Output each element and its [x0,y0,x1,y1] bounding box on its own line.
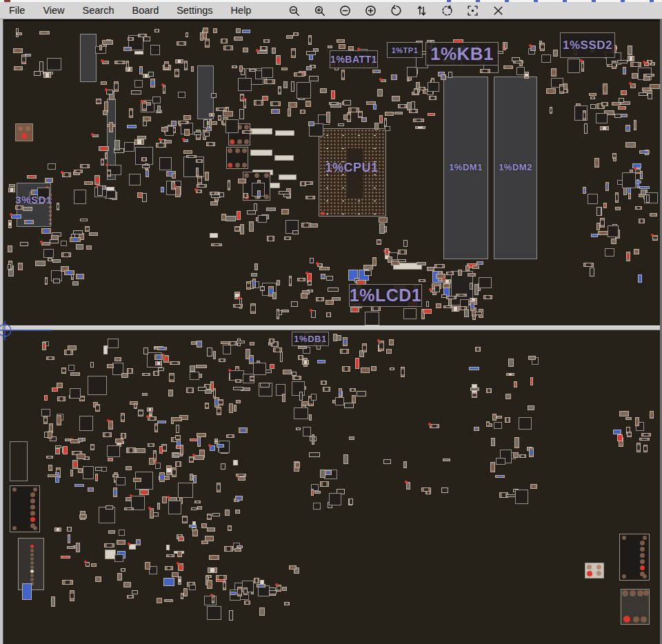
menu-item-help[interactable]: Help [222,2,261,19]
component [605,182,609,191]
zoom-out-icon[interactable] [286,3,301,18]
component [621,90,627,95]
component-large[interactable] [197,66,214,119]
board-label-batt1[interactable]: 1%BATT1 [330,50,378,68]
board-label-db1[interactable]: 1%DB1 [292,332,329,346]
component [312,434,314,445]
board-view-bottom-side[interactable]: 1%DB1 [3,330,660,644]
component [147,407,153,412]
component [603,83,608,94]
board-label-sd1[interactable]: 3%SD1 [17,193,51,206]
component [134,51,143,54]
component [278,86,281,94]
component [153,512,159,516]
component [239,427,248,433]
component[interactable] [204,596,217,605]
close-icon[interactable] [490,3,505,18]
component [196,168,199,177]
board-label-cpu1[interactable]: 1%CPU1 [320,159,383,176]
component [109,122,113,132]
component [8,245,12,252]
component [217,407,221,415]
component-ic[interactable] [88,376,107,395]
component [641,433,651,436]
pad-dot [651,234,654,237]
menu-item-settings[interactable]: Settings [168,2,221,19]
board-label-lcd1[interactable]: 1%LCD1 [349,284,422,307]
component-large[interactable] [80,34,97,82]
component [8,188,15,192]
menu-item-file[interactable]: File [0,2,34,19]
component-ic[interactable] [178,483,193,498]
component [514,381,517,388]
minus-circle-icon[interactable] [337,3,352,18]
pad-dot [26,126,30,131]
component[interactable] [15,123,33,141]
component [61,368,66,374]
component [456,294,467,296]
component [237,545,243,548]
component [596,207,601,216]
board-view-top-side[interactable]: 1%BATT11%TP11%KB11%SSD21%CPU11%DM11%DM23… [3,19,660,325]
component [64,270,74,275]
component [62,580,73,585]
component [235,379,241,383]
component-connector[interactable] [619,534,650,581]
component-ic[interactable] [135,147,153,165]
component [238,179,246,183]
occluded-fragment [621,0,625,2]
component [129,108,133,118]
component [57,396,66,401]
component [97,185,103,196]
component [143,37,150,41]
component [223,46,233,50]
board-label-dm2[interactable]: 1%DM2 [494,161,537,173]
component [234,405,237,412]
menu-item-view[interactable]: View [34,2,73,19]
component [636,443,641,452]
component [343,100,351,105]
component [361,368,370,373]
pad-dot [30,578,34,581]
component [627,432,632,437]
component [221,463,225,470]
menu-item-search[interactable]: Search [74,2,123,19]
rotate-ccw-icon[interactable] [388,3,403,18]
board-label-dm1[interactable]: 1%DM1 [443,161,488,173]
component [486,388,492,393]
plus-circle-icon[interactable] [363,3,378,18]
board-label-tp1[interactable]: 1%TP1 [387,42,423,58]
menu-item-board[interactable]: Board [123,2,168,19]
component [99,146,109,151]
component [53,279,60,283]
component [207,580,212,589]
component [189,456,194,463]
pane-splitter[interactable] [0,325,662,330]
pad-dot [18,126,23,131]
flip-vertical-icon[interactable] [414,3,429,18]
pad-dot [275,583,278,586]
center-focus-icon[interactable] [465,3,480,18]
component [259,607,265,616]
component-outline[interactable] [10,441,28,481]
component [35,261,46,266]
component [176,425,179,433]
component-connector[interactable] [10,485,40,532]
component [24,220,34,224]
component [305,196,315,199]
zoom-in-icon[interactable] [312,3,327,18]
pad [237,139,242,144]
board-label-ssd2[interactable]: 1%SSD2 [560,32,615,58]
component [76,244,83,250]
pad-dot [637,590,643,596]
component [583,110,586,121]
component [443,283,450,288]
rotate-cw-icon[interactable] [439,3,454,18]
component [483,295,492,299]
component [95,474,98,481]
component [541,54,551,63]
component [297,278,305,281]
component [236,474,246,476]
board-label-kb1[interactable]: 1%KB1 [425,42,499,66]
component [340,349,349,354]
